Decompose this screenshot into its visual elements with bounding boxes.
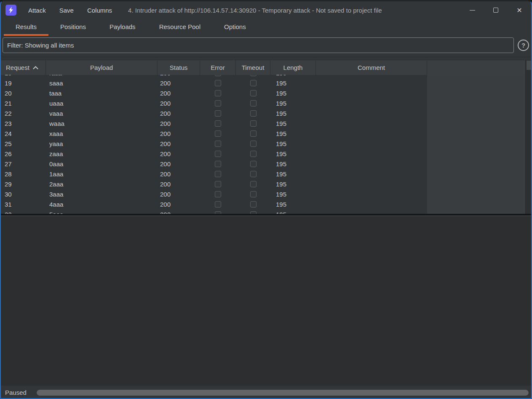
column-header-request[interactable]: Request bbox=[1, 60, 46, 75]
pane-divider[interactable] bbox=[1, 214, 531, 216]
timeout-checkbox[interactable] bbox=[250, 171, 257, 177]
cell-status: 200 bbox=[158, 75, 200, 77]
table-row[interactable]: 18raaa200195 bbox=[1, 75, 427, 78]
column-header-length[interactable]: Length bbox=[270, 60, 316, 75]
timeout-checkbox[interactable] bbox=[250, 130, 257, 137]
cell-length: 195 bbox=[270, 160, 316, 168]
cell-error bbox=[200, 75, 236, 76]
tab-payloads[interactable]: Payloads bbox=[98, 19, 147, 36]
timeout-checkbox[interactable] bbox=[250, 120, 257, 127]
maximize-button[interactable] bbox=[484, 1, 508, 19]
table-row[interactable]: 26zaaa200195 bbox=[1, 149, 427, 159]
error-checkbox[interactable] bbox=[215, 100, 221, 106]
table-row[interactable]: 21uaaa200195 bbox=[1, 98, 427, 108]
minimize-button[interactable] bbox=[460, 1, 484, 19]
error-checkbox[interactable] bbox=[215, 191, 221, 197]
error-checkbox[interactable] bbox=[215, 171, 221, 177]
maximize-icon bbox=[493, 8, 498, 13]
cell-timeout bbox=[236, 141, 270, 147]
column-header-status[interactable]: Status bbox=[158, 60, 200, 75]
intruder-attack-window: AttackSaveColumns 4. Intruder attack of … bbox=[0, 0, 532, 399]
timeout-checkbox[interactable] bbox=[250, 80, 257, 86]
error-checkbox[interactable] bbox=[215, 130, 221, 137]
cell-length: 195 bbox=[270, 140, 316, 147]
table-row[interactable]: 24xaaa200195 bbox=[1, 128, 427, 138]
cell-payload: vaaa bbox=[46, 110, 158, 117]
vertical-scrollbar[interactable] bbox=[525, 60, 532, 214]
error-checkbox[interactable] bbox=[215, 151, 221, 157]
timeout-checkbox[interactable] bbox=[250, 110, 257, 117]
error-checkbox[interactable] bbox=[215, 141, 221, 147]
table-row[interactable]: 25yaaa200195 bbox=[1, 138, 427, 149]
timeout-checkbox[interactable] bbox=[250, 90, 257, 96]
scrollbar-thumb[interactable] bbox=[527, 61, 532, 70]
tab-resource-pool[interactable]: Resource Pool bbox=[147, 19, 212, 36]
timeout-checkbox[interactable] bbox=[250, 151, 257, 157]
tab-results[interactable]: Results bbox=[4, 19, 48, 36]
sort-asc-icon bbox=[33, 66, 38, 72]
table-row[interactable]: 303aaa200195 bbox=[1, 189, 427, 199]
cell-status: 200 bbox=[158, 160, 200, 168]
timeout-checkbox[interactable] bbox=[250, 181, 257, 187]
table-row[interactable]: 19saaa200195 bbox=[1, 78, 427, 88]
error-checkbox[interactable] bbox=[215, 201, 221, 207]
table-empty-area bbox=[427, 75, 525, 214]
cell-status: 200 bbox=[158, 140, 200, 147]
filter-text: Filter: Showing all items bbox=[7, 42, 74, 49]
cell-error bbox=[200, 151, 236, 157]
column-header-error[interactable]: Error bbox=[200, 60, 236, 75]
table-row[interactable]: 270aaa200195 bbox=[1, 159, 427, 169]
cell-payload: 3aaa bbox=[46, 191, 158, 198]
table-row[interactable]: 281aaa200195 bbox=[1, 169, 427, 179]
table-row[interactable]: 23waaa200195 bbox=[1, 118, 427, 128]
tab-positions[interactable]: Positions bbox=[48, 19, 98, 36]
error-checkbox[interactable] bbox=[215, 75, 221, 76]
timeout-checkbox[interactable] bbox=[250, 100, 257, 106]
cell-payload: 4aaa bbox=[46, 201, 158, 208]
filter-input[interactable]: Filter: Showing all items bbox=[3, 37, 514, 53]
help-icon[interactable]: ? bbox=[518, 40, 529, 51]
column-header-payload[interactable]: Payload bbox=[46, 60, 158, 75]
table-row[interactable]: 22vaaa200195 bbox=[1, 108, 427, 118]
table-row[interactable]: 20taaa200195 bbox=[1, 88, 427, 98]
cell-timeout bbox=[236, 110, 270, 117]
menu-attack[interactable]: Attack bbox=[24, 4, 50, 16]
cell-request: 22 bbox=[1, 110, 46, 117]
tab-options[interactable]: Options bbox=[212, 19, 258, 36]
error-checkbox[interactable] bbox=[215, 120, 221, 127]
cell-length: 195 bbox=[270, 201, 316, 208]
error-checkbox[interactable] bbox=[215, 181, 221, 187]
cell-status: 200 bbox=[158, 201, 200, 208]
menu-columns[interactable]: Columns bbox=[83, 4, 116, 16]
cell-timeout bbox=[236, 130, 270, 137]
error-checkbox[interactable] bbox=[215, 80, 221, 86]
error-checkbox[interactable] bbox=[215, 161, 221, 167]
timeout-checkbox[interactable] bbox=[250, 201, 257, 207]
error-checkbox[interactable] bbox=[215, 110, 221, 117]
cell-payload: xaaa bbox=[46, 130, 158, 137]
lightning-bolt-icon bbox=[8, 7, 14, 13]
cell-request: 18 bbox=[1, 75, 46, 77]
column-header-timeout[interactable]: Timeout bbox=[236, 60, 270, 75]
window-title: 4. Intruder attack of http://106.14.57.1… bbox=[128, 7, 382, 14]
table-row[interactable]: 292aaa200195 bbox=[1, 179, 427, 189]
cell-request: 24 bbox=[1, 130, 46, 137]
timeout-checkbox[interactable] bbox=[250, 75, 257, 76]
cell-status: 200 bbox=[158, 120, 200, 127]
timeout-checkbox[interactable] bbox=[250, 141, 257, 147]
error-checkbox[interactable] bbox=[215, 90, 221, 96]
column-header-comment[interactable]: Comment bbox=[316, 60, 427, 75]
timeout-checkbox[interactable] bbox=[250, 161, 257, 167]
timeout-checkbox[interactable] bbox=[250, 191, 257, 197]
cell-payload: raaa bbox=[46, 75, 158, 77]
table-row[interactable]: 314aaa200195 bbox=[1, 199, 427, 209]
menu-save[interactable]: Save bbox=[55, 4, 78, 16]
table-row[interactable]: 325aaa200195 bbox=[1, 209, 427, 214]
column-header-empty bbox=[427, 60, 525, 75]
results-table-header: RequestPayloadStatusErrorTimeoutLengthCo… bbox=[1, 60, 525, 75]
attack-progress-fill bbox=[37, 390, 529, 396]
cell-timeout bbox=[236, 80, 270, 86]
minimize-icon bbox=[470, 10, 475, 11]
close-button[interactable]: ✕ bbox=[508, 1, 531, 19]
cell-length: 195 bbox=[270, 80, 316, 87]
